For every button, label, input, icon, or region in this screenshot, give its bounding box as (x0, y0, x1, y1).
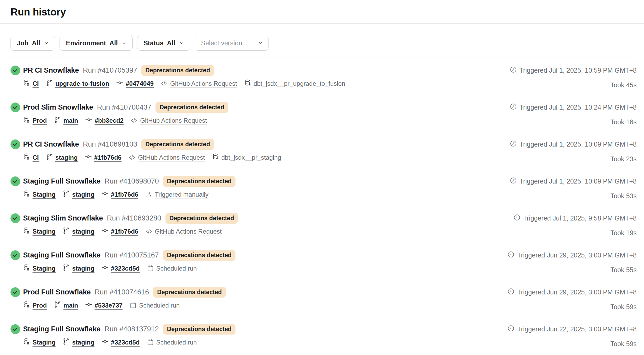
trigger-type: GitHub Actions Request (161, 80, 237, 87)
trigger-type-label[interactable]: GitHub Actions Request (155, 228, 222, 235)
run-success-icon (10, 213, 20, 223)
duration-label: Took 23s (610, 155, 637, 163)
commit-link[interactable]: #bb3ecd2 (95, 117, 124, 124)
git-commit-icon (116, 79, 123, 88)
deprecations-badge: Deprecations detected (141, 139, 214, 150)
clock-icon (507, 251, 514, 260)
duration-label: Took 19s (610, 229, 637, 237)
trigger-type-label[interactable]: Scheduled run (156, 339, 197, 346)
branch-link[interactable]: staging (55, 154, 78, 161)
trigger-type-label[interactable]: GitHub Actions Request (138, 154, 205, 161)
deprecations-badge: Deprecations detected (163, 250, 236, 261)
run-name[interactable]: Staging Full Snowflake (23, 251, 101, 259)
git-branch-icon (63, 190, 70, 199)
header-divider (0, 23, 644, 24)
run-name[interactable]: Staging Full Snowflake (23, 177, 101, 185)
run-row[interactable]: Staging Full Snowflake Run #410698070 De… (7, 168, 637, 205)
deprecations-badge: Deprecations detected (163, 176, 236, 187)
commit-link[interactable]: #1fb76d6 (111, 228, 138, 235)
clock-icon (507, 325, 514, 334)
schema-label-group: dbt_jsdx__pr_upgrade_to_fusion (244, 79, 345, 88)
commit-link[interactable]: #0474049 (126, 80, 154, 87)
trigger-type-label[interactable]: GitHub Actions Request (170, 80, 237, 87)
environment-link[interactable]: Staging (33, 228, 56, 235)
filter-bar: Job All Environment All Status All Selec… (10, 36, 634, 51)
trigger-type-label[interactable]: Scheduled run (139, 302, 180, 309)
triggered-text: Triggered Jul 1, 2025, 10:59 PM GMT+8 (519, 67, 637, 74)
run-name[interactable]: Prod Slim Snowflake (23, 103, 93, 111)
chevron-down-icon (121, 39, 126, 47)
trigger-type: GitHub Actions Request (131, 117, 207, 124)
run-name[interactable]: Prod Full Snowflake (23, 288, 91, 296)
environment-filter-dropdown[interactable]: Environment All (60, 36, 133, 51)
branch-link[interactable]: main (63, 117, 78, 124)
calendar-trigger-icon (147, 265, 154, 272)
run-name[interactable]: PR CI Snowflake (23, 66, 79, 74)
duration-label: Took 59s (610, 303, 637, 311)
environment-link-group: Prod (23, 301, 47, 310)
trigger-type-label[interactable]: Triggered manually (155, 191, 208, 198)
run-row[interactable]: Prod Full Snowflake Run #410074616 Depre… (7, 279, 637, 316)
version-select-dropdown[interactable]: Select version... (195, 36, 269, 51)
commit-link[interactable]: #323cd5d (111, 339, 139, 346)
run-number: Run #410075167 (105, 251, 159, 259)
code-trigger-icon (131, 117, 138, 124)
git-commit-icon (101, 264, 109, 273)
branch-link-group: staging (63, 338, 94, 347)
run-row[interactable]: Staging Full Snowflake Run #408137912 De… (7, 316, 637, 353)
environment-link[interactable]: CI (33, 80, 39, 87)
run-name[interactable]: Staging Full Snowflake (23, 325, 101, 333)
run-number: Run #410700437 (97, 103, 151, 111)
git-branch-icon (54, 301, 61, 310)
duration-label: Took 45s (610, 81, 637, 89)
environment-link-group: Staging (23, 264, 56, 273)
trigger-type-label[interactable]: GitHub Actions Request (140, 117, 207, 124)
environment-link[interactable]: Staging (33, 265, 56, 272)
run-success-icon (10, 103, 20, 112)
branch-link[interactable]: staging (72, 191, 94, 198)
run-name[interactable]: Staging Slim Snowflake (23, 214, 103, 222)
run-row[interactable]: PR CI Snowflake Run #410705397 Deprecati… (7, 57, 637, 94)
triggered-timestamp: Triggered Jul 1, 2025, 10:09 PM GMT+8 (510, 177, 637, 186)
commit-link[interactable]: #1fb76d6 (111, 191, 138, 198)
run-row[interactable]: Staging Full Snowflake Run #410075167 De… (7, 242, 637, 279)
triggered-timestamp: Triggered Jun 22, 2025, 3:00 PM GMT+8 (507, 325, 637, 334)
commit-link[interactable]: #1fb76d6 (94, 154, 121, 161)
branch-link[interactable]: staging (72, 265, 94, 272)
run-number: Run #410705397 (83, 66, 137, 74)
commit-link[interactable]: #533e737 (95, 302, 123, 309)
run-success-icon (10, 176, 20, 186)
trigger-type-label[interactable]: Scheduled run (156, 265, 197, 272)
run-row[interactable]: Staging Slim Snowflake Run #410693280 De… (7, 205, 637, 242)
environment-link[interactable]: Prod (33, 117, 47, 124)
run-success-icon (10, 139, 20, 149)
run-list: PR CI Snowflake Run #410705397 Deprecati… (7, 57, 637, 353)
triggered-text: Triggered Jun 29, 2025, 3:00 PM GMT+8 (517, 251, 637, 259)
clock-icon (510, 103, 517, 112)
job-filter-dropdown[interactable]: Job All (10, 36, 55, 51)
run-row[interactable]: PR CI Snowflake Run #410698103 Deprecati… (7, 131, 637, 168)
environment-link[interactable]: Staging (33, 191, 56, 198)
code-trigger-icon (128, 154, 136, 161)
chevron-down-icon (179, 39, 184, 47)
run-row[interactable]: Prod Slim Snowflake Run #410700437 Depre… (7, 94, 637, 131)
branch-link[interactable]: staging (72, 339, 94, 346)
run-success-icon (10, 287, 20, 297)
environment-link[interactable]: CI (33, 154, 39, 161)
run-number: Run #410074616 (95, 288, 149, 296)
branch-link[interactable]: upgrade-to-fusion (55, 80, 109, 87)
run-success-icon (10, 66, 20, 75)
environment-link[interactable]: Prod (33, 302, 47, 309)
environment-icon (23, 116, 30, 125)
run-success-icon (10, 250, 20, 260)
environment-link[interactable]: Staging (33, 339, 56, 346)
commit-link[interactable]: #323cd5d (111, 265, 139, 272)
git-branch-icon (63, 264, 70, 273)
branch-link[interactable]: main (63, 302, 78, 309)
status-filter-dropdown[interactable]: Status All (137, 36, 190, 51)
run-name[interactable]: PR CI Snowflake (23, 140, 79, 148)
branch-link[interactable]: staging (72, 228, 94, 235)
commit-link-group: #1fb76d6 (85, 153, 121, 162)
duration-label: Took 55s (610, 266, 637, 274)
environment-link-group: Staging (23, 338, 56, 347)
